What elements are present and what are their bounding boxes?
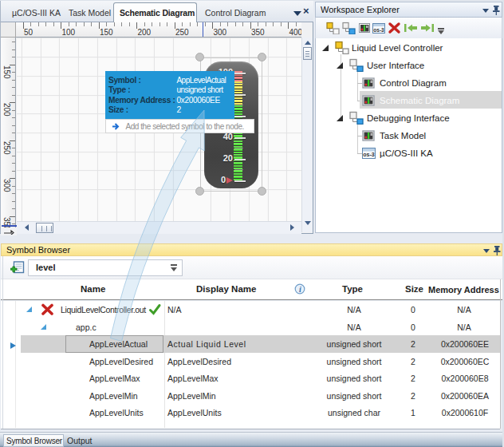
svg-text:os-3: os-3 <box>363 152 375 157</box>
svg-text:os-3: os-3 <box>373 27 384 33</box>
svg-text:i: i <box>299 285 301 294</box>
